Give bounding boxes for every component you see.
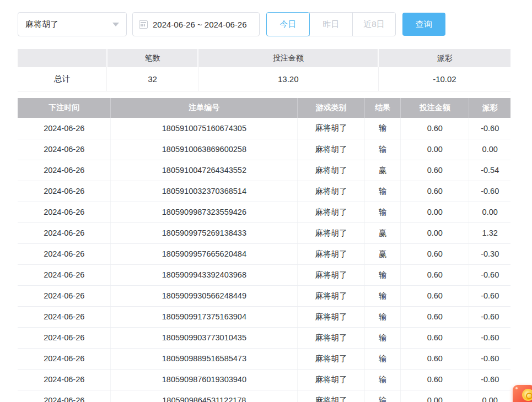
cell-game-category: 麻将胡了 — [298, 202, 365, 222]
cell-order-id: 1805909903773010435 — [111, 327, 298, 348]
cell-payout: -0.60 — [469, 118, 510, 139]
cell-bet-amount: 0.00 — [401, 390, 469, 402]
summary-header-payout: 派彩 — [378, 49, 510, 67]
col-header-payout: 派彩 — [469, 98, 510, 118]
summary-header-count: 笔数 — [107, 49, 198, 67]
today-button[interactable]: 今日 — [266, 12, 310, 36]
table-row: 2024-06-261805910032370368514麻将胡了输0.60-0… — [18, 181, 510, 202]
cell-order-id: 1805909975269138433 — [111, 222, 298, 243]
cell-order-id: 1805909889516585473 — [111, 348, 298, 369]
cell-payout: -0.60 — [469, 348, 510, 369]
table-row: 2024-06-261805909975269138433麻将胡了赢0.001.… — [18, 222, 510, 243]
cell-bet-amount: 0.00 — [401, 202, 469, 222]
cell-result: 输 — [364, 390, 400, 402]
chevron-down-icon — [112, 23, 119, 26]
cell-bet-time: 2024-06-26 — [18, 160, 111, 181]
cell-game-category: 麻将胡了 — [298, 327, 365, 348]
cell-bet-amount: 0.60 — [401, 118, 469, 139]
cell-payout: -0.60 — [469, 369, 510, 390]
cell-result: 赢 — [364, 243, 400, 264]
col-header-game-category: 游戏类别 — [298, 98, 365, 118]
last-8-days-button[interactable]: 近8日 — [352, 12, 396, 36]
cell-order-id: 1805909943392403968 — [111, 264, 298, 285]
cell-bet-amount: 0.00 — [401, 139, 469, 160]
cell-payout: -0.60 — [469, 306, 510, 327]
cell-payout: -0.30 — [469, 243, 510, 264]
quick-range-group: 今日 昨日 近8日 — [266, 12, 396, 36]
cell-order-id: 1805909876019303940 — [111, 369, 298, 390]
table-row: 2024-06-261805909943392403968麻将胡了输0.60-0… — [18, 264, 510, 285]
cell-bet-amount: 0.60 — [401, 306, 469, 327]
cell-result: 输 — [364, 369, 400, 390]
cell-bet-amount: 0.60 — [401, 285, 469, 306]
date-range-value: 2024-06-26 ~ 2024-06-26 — [153, 20, 247, 29]
game-select-value: 麻将胡了 — [25, 19, 58, 30]
cell-order-id: 1805910063869600258 — [111, 139, 298, 160]
col-header-bet-amount: 投注金额 — [401, 98, 469, 118]
table-row: 2024-06-261805909987323559426麻将胡了输0.000.… — [18, 202, 510, 222]
red-envelope-widget[interactable] — [513, 385, 532, 402]
clipped-text-fragment — [30, 0, 47, 2]
cell-result: 输 — [364, 285, 400, 306]
cell-order-id: 1805910032370368514 — [111, 181, 298, 202]
summary-table: 笔数 投注金额 派彩 总计 32 13.20 -10.02 — [18, 49, 510, 91]
col-header-bet-time: 下注时间 — [18, 98, 111, 118]
cell-payout: 0.00 — [469, 390, 510, 402]
cell-bet-time: 2024-06-26 — [18, 222, 111, 243]
cell-game-category: 麻将胡了 — [298, 243, 365, 264]
cell-bet-time: 2024-06-26 — [18, 306, 111, 327]
cell-game-category: 麻将胡了 — [298, 348, 365, 369]
yesterday-button[interactable]: 昨日 — [309, 12, 353, 36]
cell-bet-amount: 0.60 — [401, 243, 469, 264]
cell-payout: 0.00 — [469, 139, 510, 160]
table-row: 2024-06-261805909957665620484麻将胡了赢0.60-0… — [18, 243, 510, 264]
cell-bet-time: 2024-06-26 — [18, 348, 111, 369]
cell-result: 输 — [364, 181, 400, 202]
cell-game-category: 麻将胡了 — [298, 222, 365, 243]
cell-game-category: 麻将胡了 — [298, 139, 365, 160]
cell-game-category: 麻将胡了 — [298, 181, 365, 202]
cell-bet-time: 2024-06-26 — [18, 369, 111, 390]
cell-result: 输 — [364, 348, 400, 369]
cell-result: 输 — [364, 306, 400, 327]
query-button[interactable]: 查询 — [402, 13, 445, 36]
cell-bet-amount: 0.60 — [401, 369, 469, 390]
cell-order-id: 1805909987323559426 — [111, 202, 298, 222]
cell-bet-amount: 0.00 — [401, 222, 469, 243]
cell-result: 输 — [364, 202, 400, 222]
bet-table-body: 2024-06-261805910075160674305麻将胡了输0.60-0… — [18, 118, 510, 402]
date-range-input[interactable]: 2024-06-26 ~ 2024-06-26 — [132, 12, 260, 36]
cell-payout: 1.32 — [469, 222, 510, 243]
cell-bet-amount: 0.60 — [401, 264, 469, 285]
cell-order-id: 1805910047264343552 — [111, 160, 298, 181]
cell-order-id: 1805910075160674305 — [111, 118, 298, 139]
table-row: 2024-06-261805910047264343552麻将胡了赢0.60-0… — [18, 160, 510, 181]
cell-payout: -0.60 — [469, 285, 510, 306]
sparkle-dot — [515, 387, 518, 389]
game-select[interactable]: 麻将胡了 — [18, 12, 127, 36]
col-header-order-id: 注单编号 — [111, 98, 298, 118]
cell-result: 输 — [364, 264, 400, 285]
summary-total-bet-amount: 13.20 — [198, 67, 378, 91]
cell-result: 输 — [364, 327, 400, 348]
cell-bet-amount: 0.60 — [401, 327, 469, 348]
cell-bet-time: 2024-06-26 — [18, 139, 111, 160]
cell-bet-time: 2024-06-26 — [18, 285, 111, 306]
cell-game-category: 麻将胡了 — [298, 118, 365, 139]
table-row: 2024-06-261805910063869600258麻将胡了输0.000.… — [18, 139, 510, 160]
cell-bet-amount: 0.60 — [401, 348, 469, 369]
table-row: 2024-06-261805910075160674305麻将胡了输0.60-0… — [18, 118, 510, 139]
table-row: 2024-06-261805909889516585473麻将胡了输0.60-0… — [18, 348, 510, 369]
table-row: 2024-06-261805909903773010435麻将胡了输0.60-0… — [18, 327, 510, 348]
summary-header-bet-amount: 投注金额 — [198, 49, 378, 67]
summary-total-row: 总计 32 13.20 -10.02 — [18, 67, 510, 91]
table-row: 2024-06-261805909876019303940麻将胡了输0.60-0… — [18, 369, 510, 390]
cell-result: 赢 — [364, 160, 400, 181]
cell-game-category: 麻将胡了 — [298, 264, 365, 285]
cell-game-category: 麻将胡了 — [298, 369, 365, 390]
filter-toolbar: 麻将胡了 2024-06-26 ~ 2024-06-26 今日 昨日 近8日 查… — [18, 12, 445, 36]
cell-bet-time: 2024-06-26 — [18, 181, 111, 202]
cell-bet-time: 2024-06-26 — [18, 118, 111, 139]
cell-payout: 0.00 — [469, 202, 510, 222]
bet-records-table: 下注时间 注单编号 游戏类别 结果 投注金额 派彩 2024-06-261805… — [18, 98, 510, 402]
